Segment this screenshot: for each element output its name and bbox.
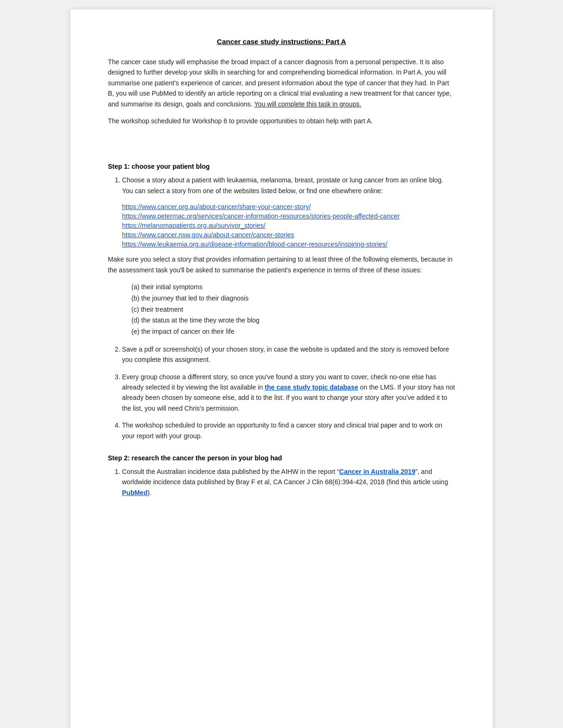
cancer-australia-2019-link[interactable]: Cancer in Australia 2019 bbox=[339, 468, 415, 475]
step1-list-continued: Save a pdf or screenshot(s) of your chos… bbox=[122, 344, 455, 441]
title-underline: Part A bbox=[326, 38, 346, 45]
pubmed-link[interactable]: PubMed bbox=[122, 489, 147, 496]
links-section: https://www.cancer.org.au/about-cancer/s… bbox=[122, 203, 455, 248]
step1-item4-text: The workshop scheduled to provide an opp… bbox=[122, 421, 442, 439]
link3-block: https://melanomapatients.org.au/survivor… bbox=[122, 221, 455, 230]
step2-item1-end: ). bbox=[147, 489, 152, 496]
elements-list: (a) their initial symptoms (b) the journ… bbox=[131, 282, 455, 338]
step2-heading: Step 2: research the cancer the person i… bbox=[108, 454, 455, 462]
link2-block: https://www.petermac.org/services/cancer… bbox=[122, 212, 455, 220]
intro-paragraph2-text: The workshop scheduled for Workshop 6 to… bbox=[108, 117, 373, 125]
link1[interactable]: https://www.cancer.org.au/about-cancer/s… bbox=[122, 203, 311, 210]
intro-paragraph2: The workshop scheduled for Workshop 6 to… bbox=[108, 116, 455, 126]
link5-block: https://www.leukaemia.org.au/disease-inf… bbox=[122, 240, 455, 248]
step1-item3: Every group choose a different story, so… bbox=[122, 372, 455, 414]
element-d: (d) the status at the time they wrote th… bbox=[131, 315, 455, 326]
step2-list: Consult the Australian incidence data pu… bbox=[122, 466, 455, 498]
link2[interactable]: https://www.petermac.org/services/cancer… bbox=[122, 212, 400, 220]
step2-item1-pre: Consult the Australian incidence data pu… bbox=[122, 468, 339, 475]
step1-item4: The workshop scheduled to provide an opp… bbox=[122, 420, 455, 441]
step1-item1-text: Choose a story about a patient with leuk… bbox=[122, 176, 443, 194]
step1-list: Choose a story about a patient with leuk… bbox=[122, 175, 455, 196]
element-e: (e) the impact of cancer on their life bbox=[131, 326, 455, 338]
link1-block: https://www.cancer.org.au/about-cancer/s… bbox=[122, 203, 455, 211]
title-prefix: Cancer case study instructions: bbox=[217, 38, 326, 45]
document-page: Cancer case study instructions: Part A T… bbox=[70, 9, 493, 728]
step1-item1: Choose a story about a patient with leuk… bbox=[122, 175, 455, 196]
link4-block: https://www.cancer.nsw.gov.au/about-canc… bbox=[122, 231, 455, 239]
make-sure-text-content: Make sure you select a story that provid… bbox=[108, 255, 453, 273]
case-study-database-link[interactable]: the case study topic database bbox=[265, 383, 358, 391]
element-c: (c) their treatment bbox=[131, 304, 455, 315]
page-title: Cancer case study instructions: Part A bbox=[108, 38, 455, 45]
step2-item1: Consult the Australian incidence data pu… bbox=[122, 466, 455, 498]
element-a: (a) their initial symptoms bbox=[131, 282, 455, 293]
link5[interactable]: https://www.leukaemia.org.au/disease-inf… bbox=[122, 240, 388, 248]
make-sure-text: Make sure you select a story that provid… bbox=[108, 254, 455, 275]
step1-item2: Save a pdf or screenshot(s) of your chos… bbox=[122, 344, 455, 365]
step2-item1-link-text: Cancer in Australia 2019 bbox=[339, 468, 415, 475]
step1-heading: Step 1: choose your patient blog bbox=[108, 163, 455, 170]
step1-item2-text: Save a pdf or screenshot(s) of your chos… bbox=[122, 345, 449, 363]
link3[interactable]: https://melanomapatients.org.au/survivor… bbox=[122, 222, 266, 229]
group-task-text: You will complete this task in groups. bbox=[254, 100, 361, 108]
element-b: (b) the journey that led to their diagno… bbox=[131, 293, 455, 304]
step2-pubmed-text: PubMed bbox=[122, 489, 147, 496]
intro-paragraph1: The cancer case study will emphasise the… bbox=[108, 57, 455, 109]
link4[interactable]: https://www.cancer.nsw.gov.au/about-canc… bbox=[122, 231, 294, 239]
